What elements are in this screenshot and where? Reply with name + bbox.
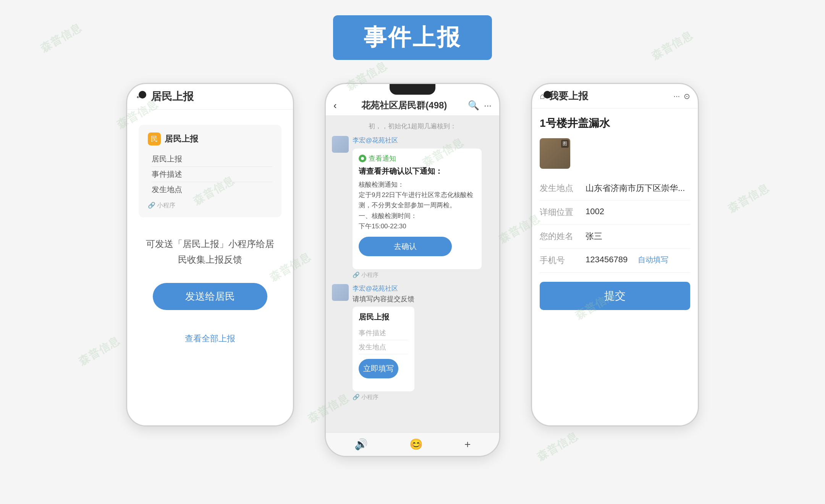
name-value: 张三 — [586, 231, 690, 242]
left-phone-content: ← 居民上报 民 居民上报 居民上报 事件描述 发生地点 — [127, 84, 293, 425]
location-label: 发生地点 — [540, 183, 586, 194]
right-phone-content: ⌂ 我要上报 ··· ⊙ 1号楼井盖漏水 图 发生地点 — [532, 84, 698, 425]
right-phone-header: ⌂ 我要上报 ··· ⊙ — [532, 84, 698, 108]
search-icon[interactable]: 🔍 — [468, 100, 479, 111]
header-icons: 🔍 ··· — [468, 100, 492, 111]
chat-avatar-1 — [332, 136, 349, 153]
fill-now-button[interactable]: 立即填写 — [359, 359, 398, 378]
watermark-text: 森普信息 — [725, 181, 772, 216]
chat-bubble-wrap-2: 李宏@花苑社区 请填写内容提交反馈 居民上报 事件描述 发生地点 立即填写 🔗 … — [353, 284, 414, 401]
chat-sender-1: 李宏@花苑社区 — [353, 136, 482, 145]
right-phone-body: 1号楼井盖漏水 图 发生地点 山东省济南市历下区崇华... 详细位置 1002 — [532, 108, 698, 425]
right-phone-title: 我要上报 — [548, 89, 673, 103]
report-card: 居民上报 事件描述 发生地点 立即填写 — [353, 307, 414, 391]
confirm-button[interactable]: 去确认 — [359, 237, 452, 256]
report-field-1: 事件描述 — [359, 326, 408, 340]
mini-program-card: 民 居民上报 居民上报 事件描述 发生地点 🔗 小程序 — [139, 125, 281, 217]
notice-card: 查看通知 请查看并确认以下通知： 核酸检测通知： 定于9月22日下午进行社区常态… — [353, 149, 482, 269]
watermark-text: 森普信息 — [38, 20, 85, 56]
description-text: 可发送「居民上报」小程序给居 民收集上报反馈 — [146, 236, 274, 268]
form-row-name: 您的姓名 张三 — [540, 225, 690, 249]
page-title: 事件上报 — [364, 24, 461, 50]
emoji-icon[interactable]: 😊 — [409, 438, 423, 451]
detail-label: 详细位置 — [540, 207, 586, 218]
report-field-2: 发生地点 — [359, 340, 408, 354]
mini-tag-1: 🔗 小程序 — [353, 271, 482, 279]
card-item-3: 发生地点 — [152, 182, 272, 197]
watermark-text: 森普信息 — [649, 28, 696, 63]
card-items: 居民上报 事件描述 发生地点 — [148, 152, 272, 197]
detail-value: 1002 — [586, 207, 690, 216]
middle-phone: ‹ 花苑社区居民群(498) 🔍 ··· 初，，初始化1超期几遍核到： — [325, 83, 500, 457]
notice-header: 查看通知 — [359, 154, 476, 163]
mini-label: 🔗 小程序 — [148, 202, 272, 210]
notice-dot — [359, 155, 366, 162]
left-phone-title: 居民上报 — [151, 89, 194, 104]
middle-back-arrow[interactable]: ‹ — [333, 100, 337, 111]
mini-program-icon: 民 — [148, 132, 161, 145]
mini-card-title: 居民上报 — [165, 133, 198, 145]
form-row-detail: 详细位置 1002 — [540, 200, 690, 225]
auto-fill-label[interactable]: 自动填写 — [638, 255, 690, 265]
truncated-message: 初，，初始化1超期几遍核到： — [332, 122, 493, 131]
photo-label: 图 — [561, 140, 569, 148]
plus-icon[interactable]: + — [464, 438, 471, 451]
phone-notch — [390, 84, 435, 95]
page-title-banner: 事件上报 — [333, 15, 492, 60]
view-all-link[interactable]: 查看全部上报 — [185, 333, 235, 352]
left-phone: ← 居民上报 民 居民上报 居民上报 事件描述 发生地点 — [126, 83, 294, 426]
right-target-icon[interactable]: ⊙ — [684, 92, 690, 101]
right-phone: ⌂ 我要上报 ··· ⊙ 1号楼井盖漏水 图 发生地点 — [531, 83, 699, 426]
right-camera-hole — [544, 91, 551, 99]
form-row-phone: 手机号 123456789 自动填写 — [540, 249, 690, 273]
middle-phone-header: ‹ 花苑社区居民群(498) 🔍 ··· — [326, 95, 499, 116]
mini-tag-2: 🔗 小程序 — [353, 394, 414, 401]
chat-message-1: 李宏@花苑社区 查看通知 请查看并确认以下通知： 核酸检测通知： 定于9月22日… — [332, 136, 493, 279]
report-incident-title: 1号楼井盖漏水 — [540, 116, 690, 131]
send-to-residents-button[interactable]: 发送给居民 — [153, 283, 267, 310]
left-phone-body: 民 居民上报 居民上报 事件描述 发生地点 🔗 小程序 可发送「居民上报」小程序… — [127, 110, 293, 425]
phones-container: ← 居民上报 民 居民上报 居民上报 事件描述 发生地点 — [126, 83, 699, 457]
location-value: 山东省济南市历下区崇华... — [586, 183, 690, 194]
card-item-1: 居民上报 — [152, 152, 272, 167]
camera-hole — [139, 91, 146, 99]
card-item-2: 事件描述 — [152, 167, 272, 182]
chat-bottom-bar: 🔊 😊 + — [326, 432, 499, 456]
submit-button[interactable]: 提交 — [540, 282, 690, 310]
voice-icon[interactable]: 🔊 — [354, 438, 368, 451]
left-phone-header: ← 居民上报 — [127, 84, 293, 110]
middle-phone-content: ‹ 花苑社区居民群(498) 🔍 ··· 初，，初始化1超期几遍核到： — [326, 84, 499, 456]
more-options-icon[interactable]: ··· — [484, 100, 492, 111]
notice-body: 核酸检测通知： 定于9月22日下午进行社区常态化核酸检测，不分男女全部参加一周两… — [359, 179, 476, 231]
phone-label: 手机号 — [540, 255, 586, 266]
chat-message-2: 李宏@花苑社区 请填写内容提交反馈 居民上报 事件描述 发生地点 立即填写 🔗 … — [332, 284, 493, 401]
report-card-title: 居民上报 — [359, 312, 408, 322]
photo-thumbnail[interactable]: 图 — [540, 138, 570, 169]
chat-avatar-2 — [332, 284, 349, 301]
chat-bubble-wrap-1: 李宏@花苑社区 查看通知 请查看并确认以下通知： 核酸检测通知： 定于9月22日… — [353, 136, 482, 279]
watermark-text: 森普信息 — [76, 333, 123, 369]
photo-row: 图 — [540, 138, 690, 169]
report-desc: 请填写内容提交反馈 — [353, 294, 414, 304]
name-label: 您的姓名 — [540, 231, 586, 242]
right-more-icon[interactable]: ··· — [673, 92, 680, 100]
notice-title: 请查看并确认以下通知： — [359, 166, 476, 176]
right-header-icons: ··· ⊙ — [673, 92, 690, 101]
card-title-row: 民 居民上报 — [148, 132, 272, 145]
form-row-location: 发生地点 山东省济南市历下区崇华... — [540, 176, 690, 200]
chat-group-title: 花苑社区居民群(498) — [341, 99, 468, 111]
notice-header-text: 查看通知 — [369, 154, 396, 163]
phone-value: 123456789 — [586, 255, 638, 265]
chat-body: 初，，初始化1超期几遍核到： 李宏@花苑社区 查看通 — [326, 116, 499, 432]
chat-sender-2: 李宏@花苑社区 — [353, 284, 414, 293]
